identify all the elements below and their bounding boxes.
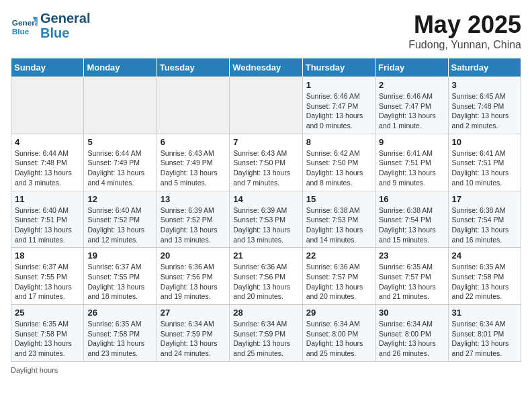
calendar-cell: 28Sunrise: 6:34 AM Sunset: 7:59 PM Dayli… <box>230 305 302 362</box>
calendar-cell: 8Sunrise: 6:42 AM Sunset: 7:50 PM Daylig… <box>302 134 375 191</box>
calendar-cell: 14Sunrise: 6:39 AM Sunset: 7:53 PM Dayli… <box>230 191 302 248</box>
day-number: 28 <box>233 308 298 318</box>
day-number: 27 <box>161 308 226 318</box>
day-number: 21 <box>233 250 298 261</box>
day-info: Sunrise: 6:38 AM Sunset: 7:54 PM Dayligh… <box>452 205 517 245</box>
logo-icon: General Blue <box>11 12 38 39</box>
calendar-cell: 26Sunrise: 6:35 AM Sunset: 7:58 PM Dayli… <box>84 305 157 362</box>
header-day-monday: Monday <box>84 58 157 77</box>
day-number: 26 <box>87 308 152 318</box>
calendar-cell: 13Sunrise: 6:39 AM Sunset: 7:52 PM Dayli… <box>157 191 229 248</box>
calendar-header-row: SundayMondayTuesdayWednesdayThursdayFrid… <box>11 58 521 77</box>
week-row-3: 11Sunrise: 6:40 AM Sunset: 7:51 PM Dayli… <box>11 191 521 248</box>
calendar-cell: 11Sunrise: 6:40 AM Sunset: 7:51 PM Dayli… <box>11 191 84 248</box>
day-number: 19 <box>87 250 152 261</box>
calendar-cell <box>157 77 229 134</box>
calendar-cell: 27Sunrise: 6:34 AM Sunset: 7:59 PM Dayli… <box>157 305 229 362</box>
day-info: Sunrise: 6:36 AM Sunset: 7:56 PM Dayligh… <box>161 262 226 302</box>
logo: General Blue General Blue <box>11 11 90 40</box>
calendar-cell: 30Sunrise: 6:34 AM Sunset: 8:00 PM Dayli… <box>375 305 448 362</box>
day-number: 10 <box>452 137 517 147</box>
calendar-cell: 24Sunrise: 6:35 AM Sunset: 7:58 PM Dayli… <box>448 248 521 305</box>
calendar-subtitle: Fudong, Yunnan, China <box>408 39 521 51</box>
day-info: Sunrise: 6:34 AM Sunset: 8:01 PM Dayligh… <box>452 319 517 359</box>
day-number: 23 <box>379 250 444 261</box>
calendar-cell <box>11 77 84 134</box>
page-header: General Blue General Blue May 2025 Fudon… <box>11 11 521 51</box>
day-number: 17 <box>452 194 517 204</box>
day-info: Sunrise: 6:36 AM Sunset: 7:57 PM Dayligh… <box>306 262 371 302</box>
day-info: Sunrise: 6:44 AM Sunset: 7:48 PM Dayligh… <box>15 148 80 188</box>
header-day-sunday: Sunday <box>11 58 84 77</box>
day-number: 5 <box>87 137 152 147</box>
calendar-cell: 19Sunrise: 6:37 AM Sunset: 7:55 PM Dayli… <box>84 248 157 305</box>
day-info: Sunrise: 6:39 AM Sunset: 7:53 PM Dayligh… <box>233 205 298 245</box>
day-info: Sunrise: 6:37 AM Sunset: 7:55 PM Dayligh… <box>15 262 80 302</box>
calendar-cell: 15Sunrise: 6:38 AM Sunset: 7:53 PM Dayli… <box>302 191 375 248</box>
day-number: 31 <box>452 308 517 318</box>
day-info: Sunrise: 6:35 AM Sunset: 7:58 PM Dayligh… <box>87 319 152 359</box>
calendar-cell: 20Sunrise: 6:36 AM Sunset: 7:56 PM Dayli… <box>157 248 229 305</box>
day-info: Sunrise: 6:35 AM Sunset: 7:58 PM Dayligh… <box>452 262 517 302</box>
title-block: May 2025 Fudong, Yunnan, China <box>408 11 521 51</box>
day-info: Sunrise: 6:46 AM Sunset: 7:47 PM Dayligh… <box>379 91 444 131</box>
day-info: Sunrise: 6:45 AM Sunset: 7:48 PM Dayligh… <box>452 91 517 131</box>
day-number: 16 <box>379 194 444 204</box>
day-number: 13 <box>161 194 226 204</box>
calendar-table: SundayMondayTuesdayWednesdayThursdayFrid… <box>11 58 521 362</box>
calendar-cell: 5Sunrise: 6:44 AM Sunset: 7:49 PM Daylig… <box>84 134 157 191</box>
week-row-4: 18Sunrise: 6:37 AM Sunset: 7:55 PM Dayli… <box>11 248 521 305</box>
day-number: 2 <box>379 80 444 90</box>
calendar-cell: 3Sunrise: 6:45 AM Sunset: 7:48 PM Daylig… <box>448 77 521 134</box>
day-info: Sunrise: 6:35 AM Sunset: 7:58 PM Dayligh… <box>15 319 80 359</box>
day-number: 11 <box>15 194 80 204</box>
calendar-cell <box>230 77 302 134</box>
day-info: Sunrise: 6:44 AM Sunset: 7:49 PM Dayligh… <box>87 148 152 188</box>
calendar-cell: 1Sunrise: 6:46 AM Sunset: 7:47 PM Daylig… <box>302 77 375 134</box>
day-info: Sunrise: 6:43 AM Sunset: 7:50 PM Dayligh… <box>233 148 298 188</box>
day-info: Sunrise: 6:37 AM Sunset: 7:55 PM Dayligh… <box>87 262 152 302</box>
header-day-wednesday: Wednesday <box>230 58 302 77</box>
day-number: 1 <box>306 80 371 90</box>
calendar-cell: 7Sunrise: 6:43 AM Sunset: 7:50 PM Daylig… <box>230 134 302 191</box>
day-number: 8 <box>306 137 371 147</box>
calendar-cell: 29Sunrise: 6:34 AM Sunset: 8:00 PM Dayli… <box>302 305 375 362</box>
day-info: Sunrise: 6:36 AM Sunset: 7:56 PM Dayligh… <box>233 262 298 302</box>
day-info: Sunrise: 6:41 AM Sunset: 7:51 PM Dayligh… <box>379 148 444 188</box>
day-info: Sunrise: 6:43 AM Sunset: 7:49 PM Dayligh… <box>161 148 226 188</box>
calendar-cell: 22Sunrise: 6:36 AM Sunset: 7:57 PM Dayli… <box>302 248 375 305</box>
day-info: Sunrise: 6:34 AM Sunset: 8:00 PM Dayligh… <box>379 319 444 359</box>
day-number: 7 <box>233 137 298 147</box>
calendar-cell: 23Sunrise: 6:35 AM Sunset: 7:57 PM Dayli… <box>375 248 448 305</box>
calendar-cell: 25Sunrise: 6:35 AM Sunset: 7:58 PM Dayli… <box>11 305 84 362</box>
day-info: Sunrise: 6:34 AM Sunset: 7:59 PM Dayligh… <box>161 319 226 359</box>
day-info: Sunrise: 6:35 AM Sunset: 7:57 PM Dayligh… <box>379 262 444 302</box>
header-day-tuesday: Tuesday <box>157 58 229 77</box>
day-info: Sunrise: 6:38 AM Sunset: 7:53 PM Dayligh… <box>306 205 371 245</box>
week-row-2: 4Sunrise: 6:44 AM Sunset: 7:48 PM Daylig… <box>11 134 521 191</box>
day-number: 6 <box>161 137 226 147</box>
day-info: Sunrise: 6:34 AM Sunset: 7:59 PM Dayligh… <box>233 319 298 359</box>
calendar-cell: 16Sunrise: 6:38 AM Sunset: 7:54 PM Dayli… <box>375 191 448 248</box>
day-number: 25 <box>15 308 80 318</box>
calendar-cell: 2Sunrise: 6:46 AM Sunset: 7:47 PM Daylig… <box>375 77 448 134</box>
footer-note: Daylight hours <box>11 366 521 374</box>
day-info: Sunrise: 6:39 AM Sunset: 7:52 PM Dayligh… <box>161 205 226 245</box>
day-info: Sunrise: 6:46 AM Sunset: 7:47 PM Dayligh… <box>306 91 371 131</box>
calendar-cell: 21Sunrise: 6:36 AM Sunset: 7:56 PM Dayli… <box>230 248 302 305</box>
day-info: Sunrise: 6:41 AM Sunset: 7:51 PM Dayligh… <box>452 148 517 188</box>
day-number: 9 <box>379 137 444 147</box>
calendar-cell: 12Sunrise: 6:40 AM Sunset: 7:52 PM Dayli… <box>84 191 157 248</box>
day-info: Sunrise: 6:38 AM Sunset: 7:54 PM Dayligh… <box>379 205 444 245</box>
day-info: Sunrise: 6:42 AM Sunset: 7:50 PM Dayligh… <box>306 148 371 188</box>
calendar-cell: 17Sunrise: 6:38 AM Sunset: 7:54 PM Dayli… <box>448 191 521 248</box>
day-info: Sunrise: 6:40 AM Sunset: 7:51 PM Dayligh… <box>15 205 80 245</box>
day-number: 20 <box>161 250 226 261</box>
day-number: 15 <box>306 194 371 204</box>
calendar-cell: 9Sunrise: 6:41 AM Sunset: 7:51 PM Daylig… <box>375 134 448 191</box>
logo-text-blue: Blue <box>40 26 90 40</box>
logo-text-general: General <box>40 11 90 26</box>
day-number: 18 <box>15 250 80 261</box>
week-row-5: 25Sunrise: 6:35 AM Sunset: 7:58 PM Dayli… <box>11 305 521 362</box>
calendar-cell: 18Sunrise: 6:37 AM Sunset: 7:55 PM Dayli… <box>11 248 84 305</box>
